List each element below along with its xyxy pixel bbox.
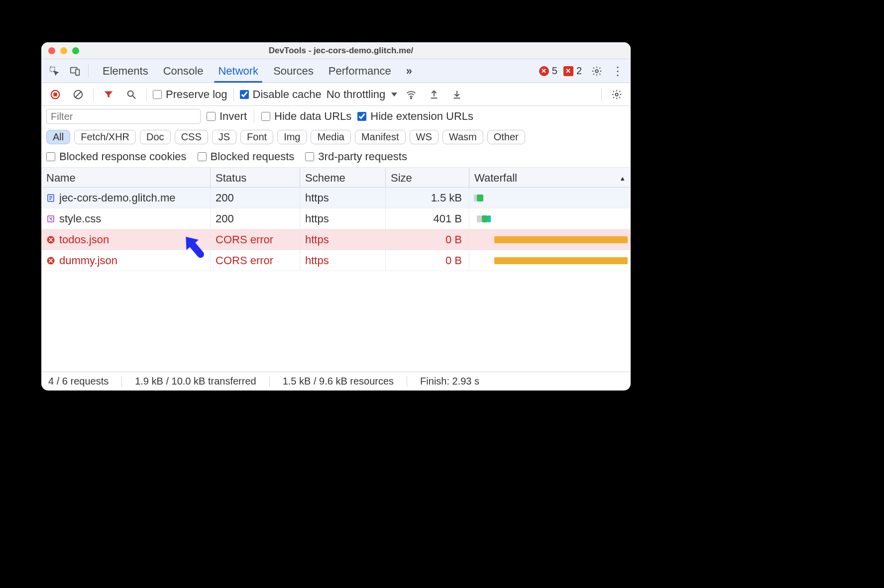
cell-status: CORS error <box>211 229 300 250</box>
sort-indicator-icon: ▲ <box>619 175 626 182</box>
pill-img[interactable]: Img <box>277 130 307 144</box>
cell-waterfall <box>469 250 631 271</box>
third-party-checkbox[interactable]: 3rd-party requests <box>305 150 407 163</box>
network-conditions-icon[interactable] <box>402 86 420 103</box>
column-name[interactable]: Name <box>41 168 211 189</box>
cell-scheme: https <box>300 208 386 229</box>
clear-icon[interactable] <box>69 86 87 103</box>
divider <box>601 88 602 101</box>
window-maximize-icon[interactable] <box>72 47 79 54</box>
window-minimize-icon[interactable] <box>60 47 67 54</box>
cell-status: 200 <box>211 188 300 208</box>
column-status[interactable]: Status <box>211 168 300 189</box>
error-count-badge[interactable]: ✕ 5 <box>539 65 557 77</box>
pill-manifest[interactable]: Manifest <box>355 130 406 144</box>
panel-settings-icon[interactable] <box>608 86 626 103</box>
issues-count-badge[interactable]: ✕ 2 <box>563 65 582 77</box>
hide-data-urls-checkbox[interactable]: Hide data URLs <box>261 110 351 123</box>
pill-all[interactable]: All <box>46 130 70 144</box>
column-scheme[interactable]: Scheme <box>300 168 386 189</box>
filter-icon[interactable] <box>100 86 117 103</box>
status-transferred: 1.9 kB / 10.0 kB transferred <box>135 376 256 387</box>
cell-name: jec-cors-demo.glitch.me <box>41 188 211 208</box>
svg-point-8 <box>128 91 133 96</box>
preserve-log-checkbox[interactable]: Preserve log <box>153 88 227 101</box>
divider <box>233 88 234 101</box>
svg-point-3 <box>595 70 598 73</box>
tab-performance[interactable]: Performance <box>322 59 398 83</box>
tab-elements[interactable]: Elements <box>96 59 155 83</box>
resource-type-pills: All Fetch/XHR Doc CSS JS Font Img Media … <box>46 130 626 144</box>
throttling-value: No throttling <box>327 88 386 101</box>
filter-input[interactable] <box>46 109 201 124</box>
blocked-requests-checkbox[interactable]: Blocked requests <box>198 150 295 163</box>
svg-line-7 <box>75 91 82 98</box>
device-toolbar-icon[interactable] <box>66 62 84 80</box>
column-waterfall[interactable]: Waterfall▲ <box>469 168 631 189</box>
table-body: jec-cors-demo.glitch.me200https1.5 kBsty… <box>41 188 631 372</box>
status-requests: 4 / 6 requests <box>48 376 109 387</box>
cell-waterfall <box>469 188 631 208</box>
pill-ws[interactable]: WS <box>410 130 439 144</box>
table-header: Name Status Scheme Size Waterfall▲ <box>41 168 631 188</box>
inspect-icon[interactable] <box>45 62 63 80</box>
pill-js[interactable]: JS <box>212 130 236 144</box>
column-size[interactable]: Size <box>386 168 469 189</box>
warning-icon: ✕ <box>563 66 573 76</box>
status-finish: Finish: 2.93 s <box>420 376 479 387</box>
upload-har-icon[interactable] <box>425 86 443 103</box>
cell-size: 1.5 kB <box>386 188 469 208</box>
pill-css[interactable]: CSS <box>175 130 208 144</box>
network-toolbar: Preserve log Disable cache No throttling <box>41 83 631 106</box>
cell-scheme: https <box>300 250 386 271</box>
divider <box>254 110 254 123</box>
throttling-select[interactable]: No throttling <box>327 88 398 101</box>
download-har-icon[interactable] <box>448 86 466 103</box>
cell-name: style.css <box>41 208 211 229</box>
disable-cache-checkbox[interactable]: Disable cache <box>240 88 322 101</box>
svg-point-10 <box>411 98 412 98</box>
devtools-window: DevTools - jec-cors-demo.glitch.me/ Elem… <box>41 42 631 391</box>
issues-count: 2 <box>576 65 582 77</box>
cell-waterfall <box>469 208 631 229</box>
pill-font[interactable]: Font <box>240 130 273 144</box>
svg-line-9 <box>133 96 136 98</box>
pill-wasm[interactable]: Wasm <box>442 130 483 144</box>
blocked-cookies-checkbox[interactable]: Blocked response cookies <box>46 150 187 163</box>
cell-size: 0 B <box>386 229 469 250</box>
titlebar: DevTools - jec-cors-demo.glitch.me/ <box>41 42 631 59</box>
record-icon[interactable] <box>46 86 64 103</box>
tab-sources[interactable]: Sources <box>266 59 321 83</box>
pill-fetch-xhr[interactable]: Fetch/XHR <box>74 130 136 144</box>
kebab-menu-icon[interactable]: ⋮ <box>609 62 627 80</box>
error-icon: ✕ <box>539 66 549 76</box>
cell-scheme: https <box>300 188 386 208</box>
cell-status: 200 <box>211 208 300 229</box>
status-bar: 4 / 6 requests 1.9 kB / 10.0 kB transfer… <box>41 372 631 391</box>
window-close-icon[interactable] <box>48 47 55 54</box>
main-tabs: Elements Console Network Sources Perform… <box>96 59 419 83</box>
disable-cache-label: Disable cache <box>253 88 322 101</box>
table-row[interactable]: style.css200https401 B <box>41 208 631 229</box>
tab-network[interactable]: Network <box>211 59 265 83</box>
cell-name: todos.json <box>41 229 211 250</box>
table-row[interactable]: dummy.jsonCORS errorhttps0 B <box>41 250 631 271</box>
search-icon[interactable] <box>122 86 140 103</box>
tabs-overflow[interactable]: » <box>399 59 419 83</box>
table-row[interactable]: jec-cors-demo.glitch.me200https1.5 kB <box>41 188 631 208</box>
pill-doc[interactable]: Doc <box>140 130 171 144</box>
table-row[interactable]: todos.jsonCORS errorhttps0 B <box>41 229 631 250</box>
svg-point-11 <box>615 93 618 96</box>
filter-bar: Invert Hide data URLs Hide extension URL… <box>41 106 631 168</box>
settings-icon[interactable] <box>588 62 606 80</box>
divider <box>146 88 147 101</box>
invert-checkbox[interactable]: Invert <box>207 110 247 123</box>
cell-name: dummy.json <box>41 250 211 271</box>
tab-console[interactable]: Console <box>156 59 211 83</box>
pill-other[interactable]: Other <box>487 130 525 144</box>
hide-extension-urls-checkbox[interactable]: Hide extension URLs <box>357 110 473 123</box>
cell-scheme: https <box>300 229 386 250</box>
svg-rect-5 <box>53 93 57 96</box>
pill-media[interactable]: Media <box>311 130 350 144</box>
error-count: 5 <box>552 65 557 77</box>
